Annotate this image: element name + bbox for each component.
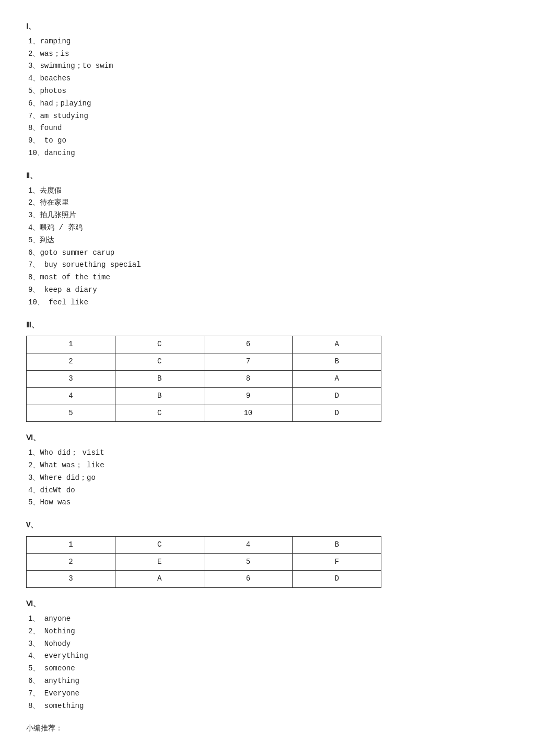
table-cell: B bbox=[115, 370, 204, 387]
list-item: 5、How was bbox=[26, 497, 509, 509]
table-cell: 8 bbox=[204, 370, 293, 387]
table-cell: A bbox=[293, 336, 381, 353]
list-item: 5、 someone bbox=[26, 663, 509, 675]
table-cell: A bbox=[115, 571, 204, 588]
table-cell: 1 bbox=[27, 536, 115, 553]
section-5: V、 1C4B2E5F3A6D bbox=[26, 519, 509, 588]
list-item: 1、去度假 bbox=[26, 185, 509, 197]
table-cell: C bbox=[115, 336, 204, 353]
section-3-title: Ⅲ、 bbox=[26, 320, 509, 332]
list-item: 4、喂鸡 / 养鸡 bbox=[26, 222, 509, 234]
section-2-title: Ⅱ、 bbox=[26, 170, 509, 183]
table-cell: E bbox=[115, 553, 204, 571]
table-cell: 3 bbox=[27, 370, 115, 387]
table-cell: 4 bbox=[204, 536, 293, 553]
section-4: Ⅵ、 1、Who did； visit2、What was； like3、Whe… bbox=[26, 432, 509, 509]
table-cell: 1 bbox=[27, 336, 115, 353]
list-item: 3、 Nohody bbox=[26, 638, 509, 651]
footer-recommend: 小编推荐： bbox=[26, 723, 509, 735]
table-cell: F bbox=[293, 553, 381, 571]
section-4-list: 1、Who did； visit2、What was； like3、Where … bbox=[26, 447, 509, 509]
table-cell: 2 bbox=[27, 353, 115, 371]
table-cell: 5 bbox=[27, 405, 115, 422]
list-item: 4、beaches bbox=[26, 73, 509, 85]
list-item: 2、 Nothing bbox=[26, 625, 509, 638]
list-item: 8、found bbox=[26, 122, 509, 135]
section-2-list: 1、去度假2、待在家里3、拍几张照片4、喂鸡 / 养鸡5、到达6、goto su… bbox=[26, 185, 509, 309]
list-item: 10、 feel like bbox=[26, 297, 509, 309]
section-2: Ⅱ、 1、去度假2、待在家里3、拍几张照片4、喂鸡 / 养鸡5、到达6、goto… bbox=[26, 170, 509, 309]
list-item: 2、was；is bbox=[26, 48, 509, 61]
list-item: 8、 something bbox=[26, 700, 509, 713]
table-cell: C bbox=[115, 353, 204, 371]
table-cell: 4 bbox=[27, 387, 115, 405]
list-item: 9、 keep a diary bbox=[26, 284, 509, 297]
table-cell: B bbox=[293, 536, 381, 553]
list-item: 6、 anything bbox=[26, 675, 509, 688]
table-cell: D bbox=[293, 571, 381, 588]
table-cell: B bbox=[115, 387, 204, 405]
section-3: Ⅲ、 1C6A2C7B3B8A4B9D5C10D bbox=[26, 320, 509, 422]
list-item: 4、dicWt do bbox=[26, 485, 509, 497]
footer-label: 小编推荐： bbox=[26, 724, 63, 733]
section-4-title: Ⅵ、 bbox=[26, 432, 509, 445]
section-3-table: 1C6A2C7B3B8A4B9D5C10D bbox=[26, 336, 381, 422]
table-cell: 5 bbox=[204, 553, 293, 571]
list-item: 6、had；playing bbox=[26, 98, 509, 110]
section-1-title: Ⅰ、 bbox=[26, 21, 509, 33]
section-1: Ⅰ、 1、ramping2、was；is3、swimming；to swim4、… bbox=[26, 21, 509, 160]
table-cell: C bbox=[115, 536, 204, 553]
list-item: 1、 anyone bbox=[26, 613, 509, 625]
list-item: 7、 buy soruething special bbox=[26, 259, 509, 271]
table-cell: 3 bbox=[27, 571, 115, 588]
table-cell: D bbox=[293, 405, 381, 422]
list-item: 9、 to go bbox=[26, 135, 509, 147]
table-cell: 6 bbox=[204, 336, 293, 353]
table-cell: 10 bbox=[204, 405, 293, 422]
section-5-table: 1C4B2E5F3A6D bbox=[26, 536, 381, 588]
section-6-title: Ⅵ、 bbox=[26, 598, 509, 611]
list-item: 1、ramping bbox=[26, 36, 509, 48]
section-6: Ⅵ、 1、 anyone2、 Nothing3、 Nohody4、 everyt… bbox=[26, 598, 509, 712]
list-item: 7、 Everyone bbox=[26, 688, 509, 700]
table-cell: 9 bbox=[204, 387, 293, 405]
list-item: 3、拍几张照片 bbox=[26, 209, 509, 222]
list-item: 2、待在家里 bbox=[26, 197, 509, 209]
list-item: 6、goto summer carup bbox=[26, 247, 509, 259]
table-cell: C bbox=[115, 405, 204, 422]
section-6-list: 1、 anyone2、 Nothing3、 Nohody4、 everythin… bbox=[26, 613, 509, 712]
table-cell: 2 bbox=[27, 553, 115, 571]
table-cell: D bbox=[293, 387, 381, 405]
list-item: 3、swimming；to swim bbox=[26, 60, 509, 73]
list-item: 5、photos bbox=[26, 85, 509, 98]
table-cell: A bbox=[293, 370, 381, 387]
table-cell: 7 bbox=[204, 353, 293, 371]
list-item: 7、am studying bbox=[26, 110, 509, 123]
section-1-list: 1、ramping2、was；is3、swimming；to swim4、bea… bbox=[26, 36, 509, 160]
list-item: 8、most of the time bbox=[26, 271, 509, 284]
list-item: 3、Where did；go bbox=[26, 472, 509, 485]
list-item: 1、Who did； visit bbox=[26, 447, 509, 459]
list-item: 2、What was； like bbox=[26, 459, 509, 472]
table-cell: 6 bbox=[204, 571, 293, 588]
list-item: 5、到达 bbox=[26, 234, 509, 247]
table-cell: B bbox=[293, 353, 381, 371]
list-item: 10、dancing bbox=[26, 147, 509, 160]
section-5-title: V、 bbox=[26, 519, 509, 532]
list-item: 4、 everything bbox=[26, 650, 509, 663]
